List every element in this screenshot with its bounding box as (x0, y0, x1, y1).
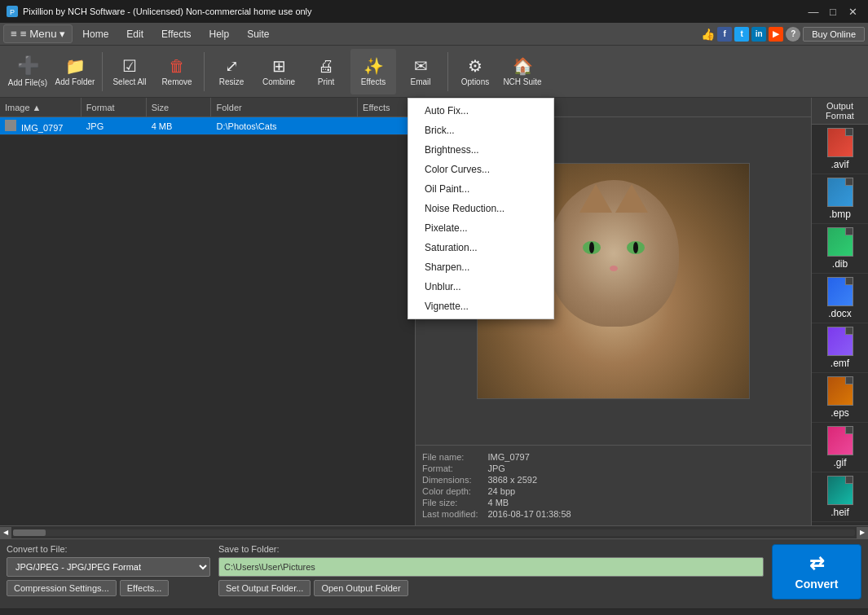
effects-dropdown-menu: Auto Fix... Brick... Brightness... Color… (408, 98, 554, 319)
linkedin-icon[interactable]: in (751, 27, 766, 42)
help-icon[interactable]: ? (786, 27, 800, 42)
select-all-label: Select All (112, 77, 146, 86)
cat-pupil-right (633, 242, 638, 253)
cat-eye-left (583, 241, 601, 254)
col-header-image[interactable]: Image ▲ (0, 98, 82, 116)
cat-pupil-left (589, 242, 594, 253)
title-bar-left: P Pixillion by NCH Software - (Unlicense… (7, 6, 312, 17)
effects-menu-pixelate[interactable]: Pixelate... (408, 218, 553, 238)
effects-menu-noise-reduction[interactable]: Noise Reduction... (408, 199, 553, 218)
effects-menu-sharpen[interactable]: Sharpen... (408, 257, 553, 277)
scroll-track (13, 529, 855, 536)
toolbar-sep-1 (102, 52, 103, 91)
menu-dropdown-button[interactable]: ≡ ≡ Menu ▾ (3, 24, 73, 43)
format-icon-docx (827, 277, 853, 306)
menu-help[interactable]: Help (200, 26, 237, 42)
folder-btn-row: Set Output Folder... Open Output Folder (218, 580, 764, 596)
cat-eye-right (627, 241, 645, 254)
email-button[interactable]: ✉ Email (398, 49, 443, 94)
format-gif[interactable]: .gif (812, 423, 868, 472)
effects-menu-vignette[interactable]: Vignette... (408, 297, 553, 316)
filename-value: IMG_0797 (487, 452, 804, 462)
effects-menu-brightness[interactable]: Brightness... (408, 140, 553, 160)
file-size-label: File size: (422, 498, 478, 507)
minimize-button[interactable]: — (804, 2, 822, 20)
add-file-button[interactable]: ➕ Add File(s) (5, 49, 51, 94)
print-button[interactable]: 🖨 Print (303, 49, 349, 94)
resize-label: Resize (219, 77, 245, 86)
file-info: File name: IMG_0797 Format: JPG Dimensio… (416, 445, 811, 525)
email-label: Email (410, 77, 430, 86)
menu-suite[interactable]: Suite (239, 26, 277, 42)
resize-button[interactable]: ⤢ Resize (209, 49, 254, 94)
add-file-label: Add File(s) (8, 78, 47, 87)
format-dib[interactable]: .dib (812, 224, 868, 274)
col-header-format[interactable]: Format (82, 98, 147, 116)
file-size-value: 4 MB (487, 498, 804, 507)
cat-nose (610, 266, 618, 271)
effects-menu-saturation[interactable]: Saturation... (408, 238, 553, 257)
format-docx[interactable]: .docx (812, 274, 868, 323)
cat-ear-left (579, 184, 612, 213)
format-heif[interactable]: .heif (812, 472, 868, 522)
scroll-right-arrow[interactable]: ▶ (857, 527, 868, 538)
effects-menu-auto-fix[interactable]: Auto Fix... (408, 101, 553, 121)
format-select[interactable]: JPG/JPEG - JPG/JPEG Format (7, 557, 210, 577)
cat-ear-right (615, 184, 648, 213)
menu-edit[interactable]: Edit (118, 26, 152, 42)
thumbs-up-icon[interactable]: 👍 (700, 27, 715, 42)
remove-button[interactable]: 🗑 Remove (154, 49, 200, 94)
effects-button[interactable]: ✨ Effects (350, 49, 396, 94)
effects-menu-oil-paint[interactable]: Oil Paint... (408, 179, 553, 199)
buy-online-button[interactable]: Buy Online (803, 27, 865, 42)
effects-menu-color-curves[interactable]: Color Curves... (408, 160, 553, 179)
menu-effects[interactable]: Effects (153, 26, 199, 42)
convert-button[interactable]: ⇄ Convert (772, 544, 861, 600)
horizontal-scrollbar[interactable]: ◀ ▶ (0, 525, 868, 538)
cell-effects (358, 125, 415, 128)
scroll-thumb[interactable] (13, 529, 46, 536)
toolbar: ➕ Add File(s) 📁 Add Folder ☑ Select All … (0, 46, 868, 98)
compression-settings-button[interactable]: Compression Settings... (7, 580, 117, 596)
bottom-btn-row: Compression Settings... Effects... (7, 580, 210, 596)
format-icon-bmp (827, 178, 853, 207)
format-emf[interactable]: .emf (812, 323, 868, 373)
facebook-icon[interactable]: f (717, 27, 732, 42)
save-folder-input[interactable] (218, 557, 764, 577)
format-icon-avif (827, 128, 853, 157)
cell-format: JPG (82, 120, 147, 133)
combine-button[interactable]: ⊞ Combine (256, 49, 302, 94)
close-button[interactable]: ✕ (844, 2, 861, 20)
save-to-folder-section: Save to Folder: Set Output Folder... Ope… (218, 544, 764, 596)
maximize-button[interactable]: □ (824, 2, 842, 20)
col-header-folder[interactable]: Folder (211, 98, 358, 116)
format-icon-emf (827, 327, 853, 356)
format-avif[interactable]: .avif (812, 125, 868, 174)
options-button[interactable]: ⚙ Options (452, 49, 498, 94)
format-ico[interactable]: .ico (812, 522, 868, 525)
nch-suite-label: NCH Suite (503, 77, 541, 86)
cell-image: IMG_0797 (0, 118, 82, 134)
set-output-folder-button[interactable]: Set Output Folder... (218, 580, 311, 596)
convert-button-area: ⇄ Convert (772, 544, 861, 600)
add-folder-button[interactable]: 📁 Add Folder (52, 49, 98, 94)
col-header-size[interactable]: Size (147, 98, 212, 116)
effects-settings-button[interactable]: Effects... (120, 580, 170, 596)
format-label-emf: .emf (831, 358, 849, 369)
format-bmp[interactable]: .bmp (812, 174, 868, 224)
menu-label: ≡ Menu ▾ (20, 28, 66, 40)
twitter-icon[interactable]: t (734, 27, 749, 42)
nch-suite-button[interactable]: 🏠 NCH Suite (500, 49, 545, 94)
cat-face (549, 180, 679, 327)
select-all-button[interactable]: ☑ Select All (107, 49, 152, 94)
scroll-left-arrow[interactable]: ◀ (0, 527, 11, 538)
format-eps[interactable]: .eps (812, 373, 868, 423)
app-title: Pixillion by NCH Software - (Unlicensed)… (23, 7, 312, 16)
open-output-folder-button[interactable]: Open Output Folder (314, 580, 408, 596)
table-row[interactable]: IMG_0797 JPG 4 MB D:\Photos\Cats (0, 117, 415, 135)
col-header-effects[interactable]: Effects (358, 98, 415, 116)
effects-menu-unblur[interactable]: Unblur... (408, 277, 553, 297)
youtube-icon[interactable]: ▶ (769, 27, 783, 42)
menu-home[interactable]: Home (74, 26, 117, 42)
effects-menu-brick[interactable]: Brick... (408, 121, 553, 140)
